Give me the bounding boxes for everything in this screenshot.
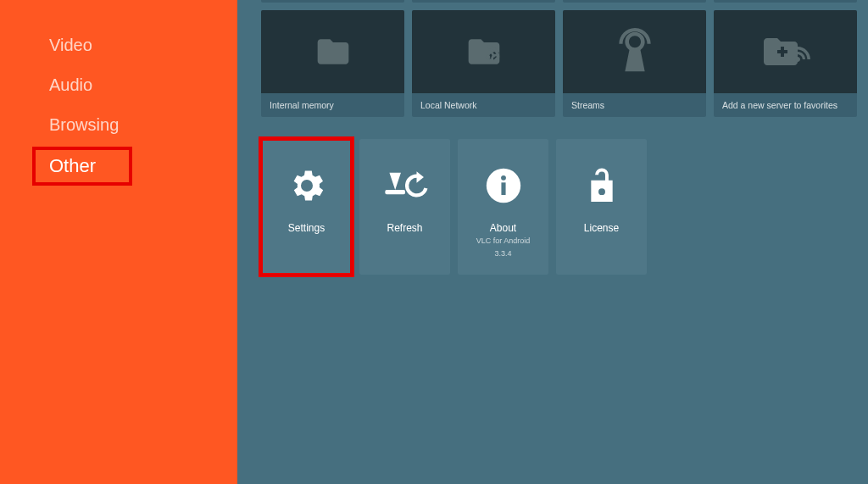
sidebar-item-other[interactable]: Other [0,145,237,187]
partial-tile [563,0,706,3]
browse-tile-add-server[interactable]: Add a new server to favorites [714,10,857,117]
tile-title: License [584,222,619,234]
browse-row: Internal memory Local Network Streams Ad… [261,10,868,117]
content-pane: Internal memory Local Network Streams Ad… [237,0,868,484]
browse-tile-streams[interactable]: Streams [563,10,706,117]
svg-rect-5 [501,182,505,195]
sidebar-item-audio[interactable]: Audio [0,65,237,105]
partial-tile [714,0,857,3]
other-tile-about[interactable]: About VLC for Android 3.3.4 [458,139,548,275]
tile-title: About [490,222,516,234]
browse-tile-internal-memory[interactable]: Internal memory [261,10,404,117]
sidebar: Video Audio Browsing Other [0,0,237,484]
browse-tile-label: Local Network [412,93,555,117]
partial-tile [412,0,555,3]
other-tile-license[interactable]: License [556,139,647,275]
svg-marker-2 [389,173,401,190]
tile-sub1: VLC for Android [476,236,531,247]
row-partial-top [261,0,868,3]
other-tile-settings[interactable]: Settings [261,139,352,275]
tile-sub2: 3.3.4 [494,249,511,259]
partial-tile [261,0,404,3]
svg-rect-1 [781,47,784,57]
stream-icon [563,10,706,93]
info-icon [485,159,522,212]
unlock-icon [586,159,618,212]
tile-title: Refresh [387,222,422,234]
add-server-icon [714,10,857,93]
other-tile-refresh[interactable]: Refresh [359,139,450,275]
other-row: Settings Refresh About VLC for Android 3… [261,139,868,275]
browse-tile-label: Internal memory [261,93,404,117]
browse-tile-local-network[interactable]: Local Network [412,10,555,117]
sidebar-item-browsing[interactable]: Browsing [0,105,237,145]
svg-point-6 [501,175,506,181]
folder-network-icon [412,10,555,93]
sidebar-item-video[interactable]: Video [0,25,237,65]
browse-tile-label: Streams [563,93,706,117]
refresh-icon [382,159,428,212]
browse-tile-label: Add a new server to favorites [714,93,857,117]
gear-icon [287,159,327,212]
folder-icon [261,10,404,93]
tile-title: Settings [288,222,325,234]
svg-rect-3 [385,190,405,194]
